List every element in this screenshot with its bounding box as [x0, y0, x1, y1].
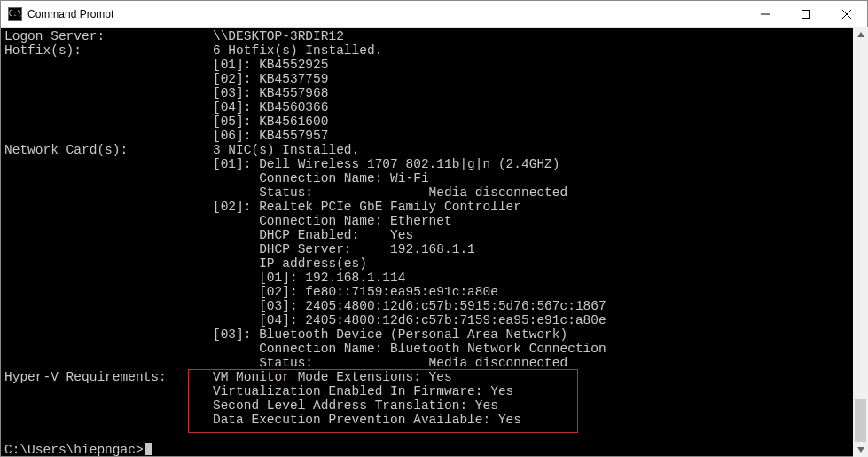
close-button[interactable] — [826, 1, 867, 27]
scroll-thumb[interactable] — [855, 399, 866, 442]
window-controls — [745, 1, 867, 27]
svg-marker-5 — [857, 447, 864, 453]
window-title: Command Prompt — [27, 8, 745, 20]
prompt-line[interactable]: C:\Users\hiepngac> — [4, 441, 867, 456]
cmd-icon: C:\ — [8, 7, 22, 21]
titlebar[interactable]: C:\ Command Prompt — [1, 1, 867, 28]
maximize-button[interactable] — [786, 1, 826, 27]
vertical-scrollbar[interactable] — [853, 27, 868, 457]
scroll-up-arrow[interactable] — [853, 27, 868, 42]
command-prompt-window: C:\ Command Prompt Logon Server: \\DESKT… — [0, 0, 868, 457]
cursor — [145, 443, 152, 455]
minimize-button[interactable] — [745, 1, 786, 27]
svg-marker-4 — [857, 32, 864, 37]
terminal-output[interactable]: Logon Server: \\DESKTOP-3RDIR12 Hotfix(s… — [1, 28, 867, 456]
prompt-text: C:\Users\hiepngac> — [4, 443, 144, 456]
scroll-down-arrow[interactable] — [853, 442, 868, 457]
svg-rect-1 — [802, 10, 810, 18]
